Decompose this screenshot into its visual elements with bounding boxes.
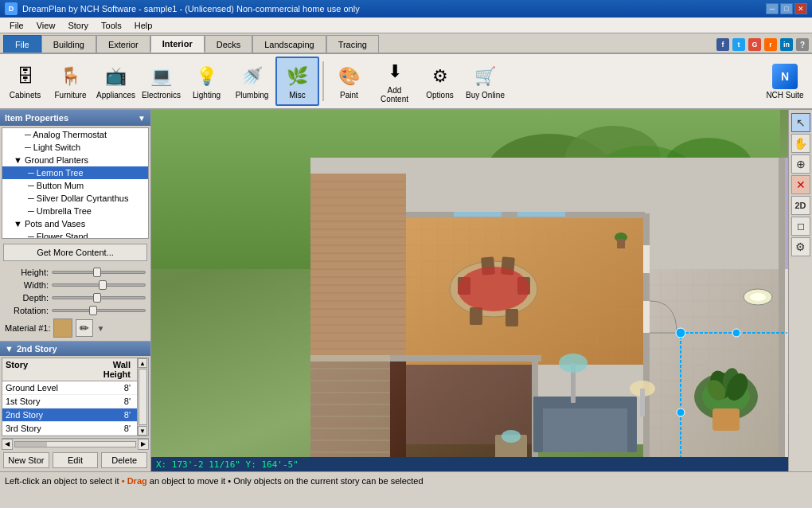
hand-tool-button[interactable]: ✋ bbox=[791, 134, 810, 153]
svg-rect-82 bbox=[779, 158, 785, 460]
menu-tools[interactable]: Tools bbox=[95, 19, 128, 32]
hint-move: an object to move it bbox=[150, 476, 225, 486]
tool-misc[interactable]: 🌿 Misc bbox=[275, 57, 319, 106]
nch-suite-button[interactable]: N NCH Suite bbox=[761, 57, 809, 106]
hscroll-right[interactable]: ▶ bbox=[138, 439, 149, 450]
tree-item-analog-thermostat[interactable]: ─ Analog Thermostat bbox=[2, 128, 148, 141]
width-slider-row: Width: bbox=[5, 280, 146, 290]
tool-add-content[interactable]: ⬇ Add Content bbox=[373, 57, 416, 106]
tab-exterior[interactable]: Exterior bbox=[96, 35, 150, 53]
nch-suite-label: NCH Suite bbox=[766, 91, 803, 100]
view-3d-button[interactable]: ◻ bbox=[791, 217, 810, 236]
tab-file[interactable]: File bbox=[3, 35, 41, 53]
tab-interior[interactable]: Interior bbox=[150, 35, 205, 53]
close-button[interactable]: ✕ bbox=[794, 3, 807, 14]
linkedin-icon[interactable]: in bbox=[780, 38, 793, 51]
tab-tracing[interactable]: Tracing bbox=[326, 35, 379, 53]
tree-item-ground-planters[interactable]: ▼ Ground Planters bbox=[2, 154, 148, 166]
item-tree[interactable]: ─ Analog Thermostat ─ Light Switch ▼ Gro… bbox=[2, 127, 149, 239]
story-collapse-icon: ▼ bbox=[5, 344, 14, 354]
tool-plumbing[interactable]: 🚿 Plumbing bbox=[230, 57, 274, 106]
tree-item-light-switch[interactable]: ─ Light Switch bbox=[2, 141, 148, 154]
nch-icon: N bbox=[772, 64, 798, 89]
tool-paint[interactable]: 🎨 Paint bbox=[327, 57, 371, 106]
tool-lighting[interactable]: 💡 Lighting bbox=[185, 57, 228, 106]
svg-rect-86 bbox=[454, 212, 502, 217]
get-more-content-button[interactable]: Get More Content... bbox=[3, 244, 147, 261]
menu-file[interactable]: File bbox=[3, 19, 30, 32]
material-dropdown[interactable]: ▼ bbox=[96, 324, 104, 333]
width-thumb[interactable] bbox=[99, 280, 107, 290]
help-icon[interactable]: ? bbox=[796, 38, 809, 51]
height-thumb[interactable] bbox=[93, 268, 101, 277]
google-icon[interactable]: G bbox=[748, 38, 761, 51]
tool-cabinets[interactable]: 🗄 Cabinets bbox=[3, 57, 47, 106]
delete-button[interactable]: ✕ bbox=[791, 175, 810, 194]
new-story-button[interactable]: New Stor bbox=[3, 452, 49, 468]
tree-item-button-mum[interactable]: ─ Button Mum bbox=[2, 179, 148, 192]
story-row-1st[interactable]: 1st Story 8' bbox=[2, 395, 137, 408]
tool-options[interactable]: ⚙ Options bbox=[418, 57, 462, 106]
tool-electronics[interactable]: 💻 Electronics bbox=[139, 57, 183, 106]
hscroll-left[interactable]: ◀ bbox=[2, 439, 13, 450]
story-row-1st-height: 8' bbox=[81, 395, 137, 408]
facebook-icon[interactable]: f bbox=[716, 38, 729, 51]
material-edit-button[interactable]: ✏ bbox=[76, 319, 93, 337]
cursor-button[interactable]: ↖ bbox=[791, 113, 810, 132]
left-panel: Item Properties ▼ ─ Analog Thermostat ─ … bbox=[0, 110, 151, 471]
twitter-icon[interactable]: t bbox=[732, 38, 745, 51]
menu-story[interactable]: Story bbox=[61, 19, 95, 32]
rss-icon[interactable]: r bbox=[764, 38, 777, 51]
material-swatch[interactable] bbox=[53, 318, 72, 338]
svg-point-98 bbox=[458, 267, 529, 311]
furniture-icon: 🪑 bbox=[58, 64, 84, 89]
tool-appliances-label: Appliances bbox=[96, 91, 135, 100]
tool-appliances[interactable]: 📺 Appliances bbox=[94, 57, 138, 106]
menu-view[interactable]: View bbox=[30, 19, 62, 32]
story-row-ground[interactable]: Ground Level 8' bbox=[2, 381, 137, 395]
story-row-2nd[interactable]: 2nd Story 8' bbox=[2, 408, 137, 422]
svg-rect-87 bbox=[517, 212, 565, 217]
tab-landscaping[interactable]: Landscaping bbox=[252, 35, 326, 53]
story-scroll-down[interactable]: ▼ bbox=[138, 426, 147, 436]
tool-buy-online[interactable]: 🛒 Buy Online bbox=[463, 57, 507, 106]
tree-item-flower-stand[interactable]: ─ Flower Stand bbox=[2, 230, 148, 239]
svg-rect-103 bbox=[533, 397, 543, 452]
tool-misc-label: Misc bbox=[289, 91, 306, 100]
toolbar-divider1 bbox=[322, 61, 324, 101]
appliances-icon: 📺 bbox=[103, 64, 129, 89]
edit-story-button[interactable]: Edit bbox=[53, 452, 99, 468]
settings-button[interactable]: ⚙ bbox=[791, 237, 810, 256]
delete-story-button[interactable]: Delete bbox=[101, 452, 147, 468]
sliders-section: Height: Width: Depth: bbox=[0, 264, 150, 341]
story-row-3rd[interactable]: 3rd Story 8' bbox=[2, 422, 137, 436]
story-panel-header[interactable]: ▼ 2nd Story bbox=[0, 342, 150, 356]
tree-item-pots-vases[interactable]: ▼ Pots and Vases bbox=[2, 217, 148, 230]
tree-item-silver-dollar[interactable]: ─ Silver Dollar Cyrtanthus bbox=[2, 192, 148, 205]
menu-help[interactable]: Help bbox=[128, 19, 159, 32]
zoom-button[interactable]: ⊕ bbox=[791, 154, 810, 174]
minimize-button[interactable]: ─ bbox=[766, 3, 779, 14]
tool-furniture[interactable]: 🪑 Furniture bbox=[49, 57, 92, 106]
story-vscrollbar[interactable]: ▲ ▼ bbox=[137, 358, 148, 436]
tree-item-umbrella-tree[interactable]: ─ Umbrella Tree bbox=[2, 205, 148, 217]
tree-item-lemon-tree[interactable]: ─ Lemon Tree bbox=[2, 166, 148, 179]
story-hscroll[interactable]: ◀ ▶ bbox=[2, 438, 149, 449]
tool-furniture-label: Furniture bbox=[54, 91, 86, 100]
rotation-thumb[interactable] bbox=[89, 306, 97, 315]
tab-decks[interactable]: Decks bbox=[205, 35, 253, 53]
tab-building[interactable]: Building bbox=[41, 35, 96, 53]
svg-rect-96 bbox=[470, 307, 482, 325]
story-scroll-up[interactable]: ▲ bbox=[138, 358, 147, 368]
tool-plumbing-label: Plumbing bbox=[236, 91, 269, 100]
misc-icon: 🌿 bbox=[285, 64, 310, 89]
maximize-button[interactable]: □ bbox=[780, 3, 793, 14]
hscroll-thumb[interactable] bbox=[15, 442, 47, 447]
item-properties-collapse[interactable]: ▼ bbox=[138, 114, 146, 123]
svg-rect-111 bbox=[712, 408, 740, 431]
svg-rect-97 bbox=[506, 309, 518, 326]
view-2d-button[interactable]: 2D bbox=[791, 196, 810, 215]
svg-rect-104 bbox=[627, 397, 637, 452]
canvas-area[interactable]: ↖ ✋ ⊕ ✕ 2D ◻ ⚙ X: 173'-2 11/16" Y: 164'-… bbox=[151, 110, 812, 471]
depth-thumb[interactable] bbox=[93, 293, 101, 303]
